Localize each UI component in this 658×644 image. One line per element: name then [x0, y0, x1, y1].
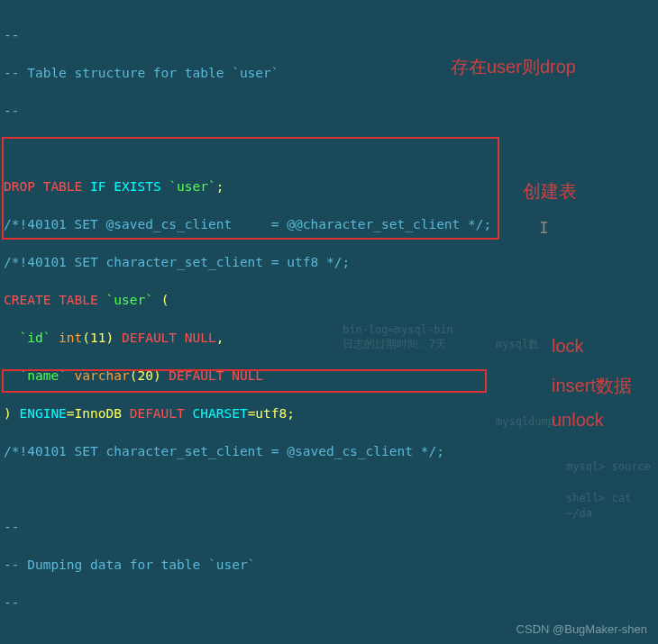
- dashes: --: [4, 28, 19, 42]
- dashes: --: [4, 104, 19, 118]
- dashes: --: [4, 595, 19, 610]
- annotation-create: 创建表: [523, 178, 577, 204]
- dump-data-comment: -- Dumping data for table `user`: [4, 558, 255, 572]
- annotation-drop: 存在user则drop: [451, 54, 576, 80]
- annotation-insert: insert数据: [552, 373, 632, 399]
- set-saved-cs: /*!40101 SET @saved_cs_client = @@charac…: [4, 217, 491, 231]
- set-saved-cs2: /*!40101 SET character_set_client = @sav…: [4, 444, 444, 458]
- watermark: CSDN @BugMaker-shen: [516, 621, 647, 639]
- table-structure-comment: -- Table structure for table `user`: [4, 66, 279, 80]
- dashes: --: [4, 520, 19, 534]
- set-utf8: /*!40101 SET character_set_client = utf8…: [4, 255, 350, 269]
- sql-code-view[interactable]: -- -- Table structure for table `user` -…: [0, 0, 658, 644]
- annotation-lock: lock: [552, 333, 584, 359]
- drop-kw: DROP: [4, 179, 35, 194]
- create-kw: CREATE: [4, 293, 50, 307]
- annotation-unlock: unlock: [552, 407, 604, 433]
- text-cursor-icon: I: [539, 216, 549, 240]
